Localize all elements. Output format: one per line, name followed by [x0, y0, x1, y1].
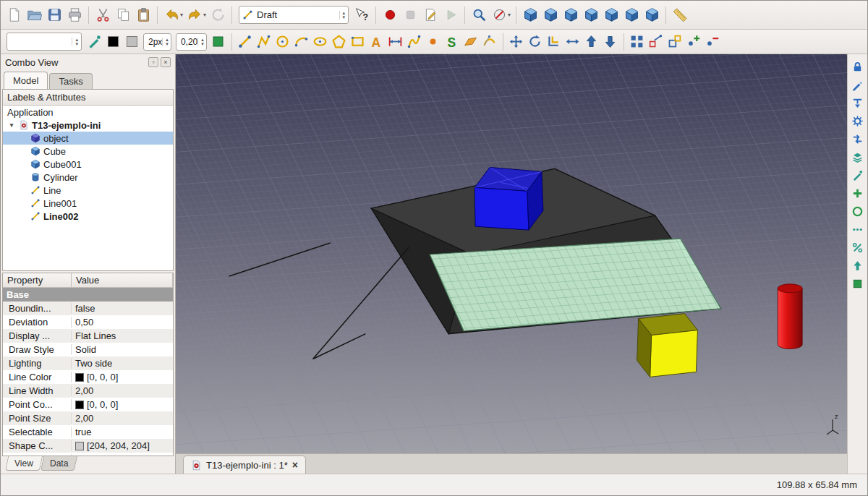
property-row[interactable]: Shape C...[204, 204, 204] [3, 439, 173, 453]
view-isometric-button[interactable] [520, 5, 540, 25]
face-color-button[interactable] [122, 33, 141, 51]
draft-arc-button[interactable] [292, 33, 311, 51]
tab-tasks[interactable]: Tasks [49, 73, 92, 89]
scene-red-cylinder[interactable] [778, 284, 802, 349]
3d-viewport[interactable]: z [176, 54, 847, 453]
macro-execute-button[interactable] [441, 5, 461, 25]
draw-style-button[interactable] [489, 5, 509, 25]
layer-selector[interactable]: ▴▾ [7, 33, 82, 51]
draft-polygon-button[interactable] [330, 33, 349, 51]
tab-model[interactable]: Model [4, 72, 48, 89]
close-document-icon[interactable]: × [292, 459, 298, 471]
cut-button[interactable] [93, 5, 113, 25]
close-panel-button[interactable]: × [161, 57, 171, 67]
scene-yellow-cube[interactable] [637, 314, 698, 377]
property-group-base[interactable]: Base [3, 288, 173, 302]
float-panel-button[interactable]: ▫ [148, 57, 158, 67]
draft-upgrade-button[interactable] [582, 33, 601, 51]
macro-edit-button[interactable] [420, 5, 441, 25]
draft-bspline-button[interactable] [405, 33, 424, 51]
property-row[interactable]: LightingTwo side [3, 356, 173, 370]
draft-delete-point-button[interactable] [703, 33, 722, 51]
macro-stop-button[interactable] [400, 5, 420, 25]
line-width-spinner[interactable]: 2px ▴▾ [143, 33, 171, 51]
tree-item-object[interactable]: object [3, 132, 173, 145]
add-element-button[interactable] [851, 187, 864, 200]
more-tools-button[interactable] [851, 223, 864, 236]
workbench-selector[interactable]: Draft ▴▾ [239, 6, 349, 24]
measure-angle-button[interactable] [851, 241, 864, 254]
draw-pen-button[interactable] [851, 168, 864, 181]
tree-item-line[interactable]: Line [3, 184, 173, 197]
property-row[interactable]: Point Co...[0, 0, 0] [3, 398, 173, 411]
draft-bezier-button[interactable] [480, 33, 499, 51]
view-top-button[interactable] [561, 5, 581, 25]
draft-text-button[interactable] [367, 33, 386, 51]
snap-grid-button[interactable] [851, 114, 864, 127]
fit-all-button[interactable] [469, 5, 489, 25]
tree-item-cylinder[interactable]: Cylinder [3, 171, 173, 184]
redo-dropdown-caret[interactable]: ▾ [203, 12, 206, 18]
print-button[interactable] [64, 5, 85, 25]
line-color-button[interactable] [103, 33, 122, 51]
refresh-button[interactable] [208, 5, 228, 25]
edit-button[interactable] [851, 78, 864, 91]
expander-icon[interactable]: ▾ [7, 121, 16, 129]
save-file-button[interactable] [44, 5, 64, 25]
autogroup-button[interactable] [85, 33, 103, 51]
property-row[interactable]: Selectabletrue [3, 425, 173, 439]
property-row[interactable]: Line Width2,00 [3, 384, 173, 398]
tree-item-cube[interactable]: Cube [3, 145, 173, 158]
measure-button[interactable] [670, 5, 690, 25]
draft-dimension-button[interactable] [386, 33, 405, 51]
draft-to-sketch-button[interactable] [647, 33, 665, 51]
undo-dropdown-caret[interactable]: ▾ [180, 12, 183, 18]
solid-box-button[interactable] [851, 277, 864, 290]
text-size-spinner[interactable]: 0,20 ▴▾ [176, 33, 207, 51]
draft-facebinder-button[interactable] [461, 33, 480, 51]
layers-button[interactable] [851, 150, 864, 163]
whats-this-button[interactable] [352, 5, 372, 25]
draft-array-button[interactable] [628, 33, 647, 51]
property-row[interactable]: Line Color[0, 0, 0] [3, 370, 173, 384]
draft-wire-button[interactable] [255, 33, 273, 51]
paste-button[interactable] [133, 5, 153, 25]
draft-scale-button[interactable] [665, 33, 684, 51]
copy-button[interactable] [113, 5, 133, 25]
tab-data[interactable]: Data [41, 456, 78, 471]
document-tab[interactable]: T13-ejemplo-ini : 1* × [183, 456, 306, 474]
draft-line-button[interactable] [236, 33, 255, 51]
open-file-button[interactable] [24, 5, 44, 25]
scene-blue-cube[interactable] [475, 167, 543, 230]
tab-view[interactable]: View [5, 456, 43, 471]
view-left-button[interactable] [642, 5, 662, 25]
draft-trim-button[interactable] [563, 33, 582, 51]
circle-tool-button[interactable] [851, 205, 864, 218]
view-rear-button[interactable] [601, 5, 621, 25]
tree-item-application[interactable]: Application [3, 106, 173, 119]
view-front-button[interactable] [540, 5, 561, 25]
view-bottom-button[interactable] [621, 5, 642, 25]
draft-point-button[interactable] [424, 33, 443, 51]
toggle-axes-button[interactable] [851, 132, 864, 145]
property-row[interactable]: Display ...Flat Lines [3, 329, 173, 343]
draft-offset-button[interactable] [545, 33, 563, 51]
property-row[interactable]: Boundin...false [3, 302, 173, 315]
undo-button[interactable] [161, 5, 182, 25]
apply-style-button[interactable] [209, 33, 228, 51]
property-row[interactable]: Deviation0,50 [3, 315, 173, 329]
redo-button[interactable] [184, 5, 205, 25]
draft-circle-button[interactable] [273, 33, 292, 51]
draft-move-button[interactable] [507, 33, 526, 51]
tree-item-document[interactable]: ▾ T13-ejemplo-ini [3, 119, 173, 132]
extrude-up-button[interactable] [851, 259, 864, 272]
draft-ellipse-button[interactable] [311, 33, 330, 51]
draft-downgrade-button[interactable] [601, 33, 620, 51]
3d-scene[interactable]: z [176, 54, 847, 453]
draft-rotate-button[interactable] [526, 33, 545, 51]
macro-record-button[interactable] [380, 5, 400, 25]
draw-style-dropdown-caret[interactable]: ▾ [508, 12, 511, 18]
property-row[interactable]: T... [3, 453, 173, 456]
draft-shapestring-button[interactable] [443, 33, 461, 51]
tree-item-cube001[interactable]: Cube001 [3, 158, 173, 171]
